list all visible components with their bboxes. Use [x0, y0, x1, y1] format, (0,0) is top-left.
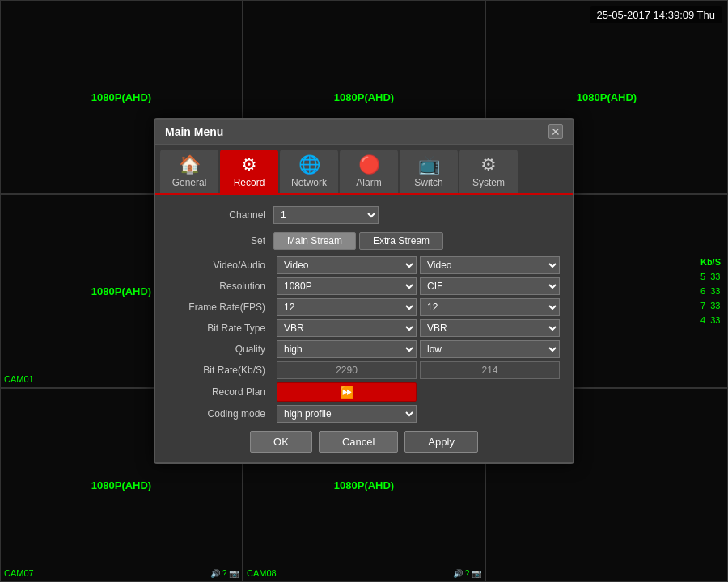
right-bit-rate-type-select[interactable]: VBR CBR: [420, 319, 560, 337]
left-quality-select[interactable]: high medium low: [277, 340, 417, 358]
left-bit-rate-value: 2290: [277, 361, 417, 379]
tab-system[interactable]: ⚙ System: [459, 150, 518, 193]
record-icon: ⚙: [241, 154, 257, 175]
record-plan-label: Record Plan: [168, 386, 273, 398]
frame-rate-label: Frame Rate(FPS): [168, 302, 273, 313]
main-stream-button[interactable]: Main Stream: [273, 232, 356, 250]
resolution-label: Resolution: [168, 280, 273, 292]
tab-alarm-label: Alarm: [356, 177, 381, 188]
stream-buttons: Main Stream Extra Stream: [273, 232, 443, 250]
tab-record[interactable]: ⚙ Record: [220, 150, 278, 193]
alarm-icon: 🔴: [358, 154, 380, 175]
apply-button[interactable]: Apply: [404, 431, 478, 453]
tab-network-label: Network: [291, 177, 327, 188]
channel-select[interactable]: 1 2 3 4: [273, 206, 379, 224]
left-bit-rate-type-select[interactable]: VBR CBR: [277, 319, 417, 337]
ok-button[interactable]: OK: [250, 431, 312, 453]
tab-switch[interactable]: 📺 Switch: [400, 150, 458, 193]
left-resolution-select[interactable]: 1080P 720P D1 CIF: [277, 277, 417, 295]
general-icon: 🏠: [179, 154, 201, 175]
modal-overlay: Main Menu ✕ 🏠 General ⚙ Record 🌐 Network…: [0, 0, 728, 582]
set-label: Set: [168, 235, 273, 247]
tab-network[interactable]: 🌐 Network: [280, 150, 338, 193]
right-frame-rate-select[interactable]: 12 15 25 30: [420, 298, 560, 316]
switch-icon: 📺: [418, 154, 440, 175]
right-bit-rate-value: 214: [420, 361, 560, 379]
quality-label: Quality: [168, 344, 273, 355]
video-audio-label: Video/Audio: [168, 259, 273, 271]
tab-switch-label: Switch: [414, 177, 442, 188]
record-plan-button[interactable]: ⏩: [277, 382, 417, 402]
network-icon: 🌐: [298, 154, 320, 175]
tab-record-label: Record: [234, 177, 265, 188]
dialog-titlebar: Main Menu ✕: [155, 120, 573, 145]
bit-rate-label: Bit Rate(Kb/S): [168, 365, 273, 376]
coding-mode-label: Coding mode: [168, 408, 273, 420]
system-icon: ⚙: [480, 154, 497, 175]
form-section: Video/Audio Video Audio/Video Video Audi…: [168, 256, 560, 423]
main-menu-dialog: Main Menu ✕ 🏠 General ⚙ Record 🌐 Network…: [154, 118, 574, 464]
set-row: Set Main Stream Extra Stream: [168, 230, 560, 251]
extra-stream-button[interactable]: Extra Stream: [359, 232, 443, 250]
dialog-content: Channel 1 2 3 4 Set Main Stream Extra St…: [155, 195, 573, 462]
bit-rate-type-label: Bit Rate Type: [168, 323, 273, 334]
tab-general[interactable]: 🏠 General: [160, 150, 218, 193]
record-plan-icon: ⏩: [340, 386, 353, 399]
action-buttons: OK Cancel Apply: [168, 431, 560, 453]
cancel-button[interactable]: Cancel: [319, 431, 398, 453]
tab-alarm[interactable]: 🔴 Alarm: [340, 150, 398, 193]
tab-system-label: System: [472, 177, 505, 188]
right-video-audio-select[interactable]: Video Audio/Video: [420, 256, 560, 274]
tab-bar: 🏠 General ⚙ Record 🌐 Network 🔴 Alarm 📺 S…: [155, 145, 573, 195]
left-video-audio-select[interactable]: Video Audio/Video: [277, 256, 417, 274]
channel-label: Channel: [168, 209, 273, 221]
dialog-title: Main Menu: [165, 125, 223, 138]
tab-general-label: General: [172, 177, 207, 188]
dialog-close-button[interactable]: ✕: [548, 124, 563, 139]
coding-mode-select[interactable]: high profile main profile baseline: [277, 405, 417, 423]
channel-row: Channel 1 2 3 4: [168, 205, 560, 226]
right-quality-select[interactable]: low medium high: [420, 340, 560, 358]
right-resolution-select[interactable]: CIF D1 720P 1080P: [420, 277, 560, 295]
left-frame-rate-select[interactable]: 12 15 25 30: [277, 298, 417, 316]
